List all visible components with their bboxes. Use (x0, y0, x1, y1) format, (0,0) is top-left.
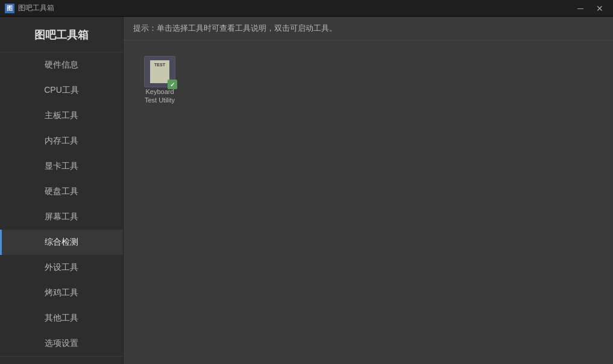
tool-item-keyboard-test-utility[interactable]: ✓KeyboardTest Utility (136, 52, 184, 108)
sidebar-item-cpu-tools[interactable]: CPU工具 (0, 78, 123, 103)
tool-icon-check: ✓ (168, 80, 177, 89)
sidebar-item-hardware-info[interactable]: 硬件信息 (0, 52, 123, 78)
sidebar-item-other-tools[interactable]: 其他工具 (0, 306, 123, 331)
sidebar-version: Version : 2019.01 (0, 356, 123, 364)
sidebar-item-memory-tools[interactable]: 内存工具 (0, 128, 123, 154)
sidebar-item-gpu-tools[interactable]: 显卡工具 (0, 154, 123, 179)
sidebar-title: 图吧工具箱 (0, 17, 123, 52)
tool-icon-keyboard-test-utility: ✓ (144, 56, 175, 87)
sidebar-item-motherboard-tools[interactable]: 主板工具 (0, 103, 123, 128)
sidebar-item-disk-tools[interactable]: 硬盘工具 (0, 179, 123, 204)
sidebar-item-peripheral-tools[interactable]: 外设工具 (0, 255, 123, 280)
app-logo: 图 (5, 4, 14, 13)
sidebar-item-comprehensive-detection[interactable]: 综合检测 (0, 230, 123, 255)
sidebar-item-screen-tools[interactable]: 屏幕工具 (0, 204, 123, 230)
title-bar-text: 图吧工具箱 (18, 3, 54, 13)
title-bar: 图 图吧工具箱 ─ ✕ (0, 0, 613, 17)
sidebar: 图吧工具箱 硬件信息CPU工具主板工具内存工具显卡工具硬盘工具屏幕工具综合检测外… (0, 17, 124, 364)
title-bar-left: 图 图吧工具箱 (5, 3, 54, 13)
title-bar-controls: ─ ✕ (572, 2, 608, 14)
main-layout: 图吧工具箱 硬件信息CPU工具主板工具内存工具显卡工具硬盘工具屏幕工具综合检测外… (0, 17, 613, 364)
sidebar-item-baking-tools[interactable]: 烤鸡工具 (0, 280, 123, 306)
tool-label-keyboard-test-utility: KeyboardTest Utility (145, 87, 175, 105)
close-button[interactable]: ✕ (591, 2, 608, 14)
content-hint: 提示：单击选择工具时可查看工具说明，双击可启动工具。 (124, 17, 613, 40)
tool-icon-paper (150, 60, 169, 83)
minimize-button[interactable]: ─ (572, 2, 589, 14)
content-area: 提示：单击选择工具时可查看工具说明，双击可启动工具。 ✓KeyboardTest… (124, 17, 613, 364)
sidebar-item-options-settings[interactable]: 选项设置 (0, 331, 123, 356)
sidebar-nav: 硬件信息CPU工具主板工具内存工具显卡工具硬盘工具屏幕工具综合检测外设工具烤鸡工… (0, 52, 123, 356)
content-body: ✓KeyboardTest Utility (124, 40, 613, 364)
